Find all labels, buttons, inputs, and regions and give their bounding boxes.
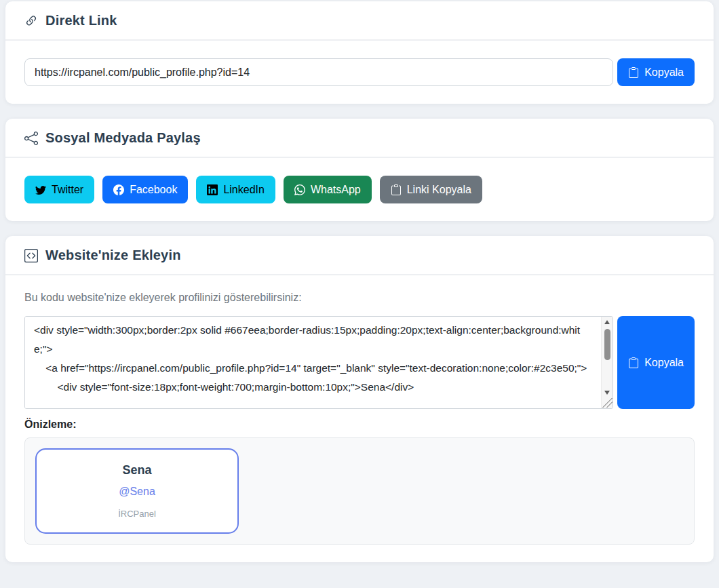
copy-direct-link-label: Kopyala: [644, 66, 684, 79]
preview-profile-handle: @Sena: [50, 486, 224, 498]
linkedin-icon: [207, 184, 218, 195]
copy-direct-link-button[interactable]: Kopyala: [617, 58, 695, 86]
social-share-card: Sosyal Medyada Paylaş Twitter Facebook: [5, 119, 714, 221]
social-buttons-row: Twitter Facebook LinkedIn: [24, 176, 695, 203]
facebook-icon: [113, 184, 124, 195]
code-square-icon: [24, 249, 38, 262]
copy-embed-code-button[interactable]: Kopyala: [617, 316, 695, 409]
share-twitter-button[interactable]: Twitter: [24, 176, 94, 203]
embed-title: Website'nize Ekleyin: [45, 248, 181, 263]
share-facebook-button[interactable]: Facebook: [102, 176, 188, 203]
scroll-up-arrow-icon[interactable]: [604, 320, 610, 324]
clipboard-icon: [391, 184, 402, 195]
embed-code-group: <div style="width:300px;border:2px solid…: [24, 316, 695, 409]
share-whatsapp-label: WhatsApp: [311, 184, 361, 196]
scrollbar-track[interactable]: [602, 328, 613, 387]
embed-code-textarea[interactable]: <div style="width:300px;border:2px solid…: [25, 317, 600, 408]
preview-profile-name: Sena: [50, 463, 224, 477]
share-whatsapp-button[interactable]: WhatsApp: [284, 176, 372, 203]
whatsapp-icon: [294, 184, 305, 195]
direct-link-input-group: Kopyala: [24, 58, 695, 86]
share-profile-page: Direkt Link Kopyala Sosyal Medyada Payla…: [5, 1, 714, 562]
direct-link-url-input[interactable]: [24, 58, 613, 86]
preview-brand-label: İRCPanel: [50, 509, 224, 519]
copy-link-label: Linki Kopyala: [407, 184, 471, 196]
copy-link-button[interactable]: Linki Kopyala: [380, 176, 482, 203]
share-icon: [24, 132, 38, 145]
share-linkedin-button[interactable]: LinkedIn: [196, 176, 275, 203]
clipboard-icon: [628, 357, 639, 368]
embed-header: Website'nize Ekleyin: [5, 236, 714, 275]
resize-handle[interactable]: [602, 398, 613, 408]
preview-profile-card[interactable]: Sena @Sena İRCPanel: [35, 448, 239, 534]
direct-link-body: Kopyala: [5, 41, 714, 104]
share-twitter-label: Twitter: [52, 184, 83, 196]
clipboard-icon: [628, 67, 639, 78]
preview-container: Sena @Sena İRCPanel: [24, 437, 695, 545]
embed-code-wrapper: <div style="width:300px;border:2px solid…: [24, 316, 613, 409]
embed-card: Website'nize Ekleyin Bu kodu website'niz…: [5, 236, 714, 562]
share-linkedin-label: LinkedIn: [223, 184, 265, 196]
direct-link-header: Direkt Link: [5, 1, 714, 41]
textarea-scrollbar[interactable]: [601, 317, 613, 408]
share-facebook-label: Facebook: [130, 184, 177, 196]
link-icon: [24, 14, 38, 28]
preview-label: Önizleme:: [24, 418, 695, 431]
embed-description: Bu kodu website'nize ekleyerek profilini…: [24, 292, 695, 304]
scrollbar-thumb[interactable]: [604, 329, 610, 360]
social-share-body: Twitter Facebook LinkedIn: [5, 158, 714, 221]
social-share-title: Sosyal Medyada Paylaş: [45, 130, 201, 146]
twitter-icon: [35, 184, 46, 195]
direct-link-card: Direkt Link Kopyala: [5, 1, 714, 104]
copy-embed-code-label: Kopyala: [644, 357, 684, 369]
scroll-down-arrow-icon[interactable]: [604, 391, 610, 395]
social-share-header: Sosyal Medyada Paylaş: [5, 119, 714, 158]
embed-body: Bu kodu website'nize ekleyerek profilini…: [5, 275, 714, 562]
direct-link-title: Direkt Link: [45, 13, 117, 28]
